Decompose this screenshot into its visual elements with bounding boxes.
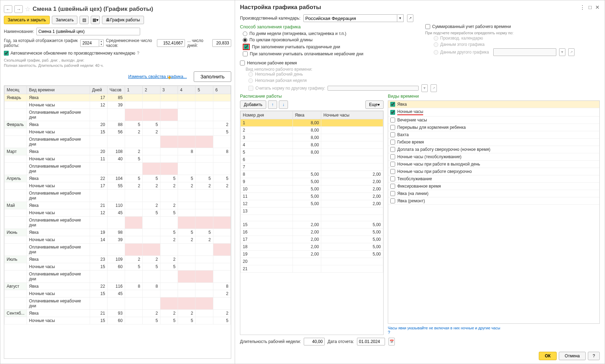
table-row[interactable]: Ночные часы1560555 xyxy=(5,263,231,270)
table-row[interactable]: Ночные часы1439222 xyxy=(5,236,231,243)
time-type-checkbox[interactable] xyxy=(390,118,395,122)
nav-back-button[interactable]: ← xyxy=(4,5,12,13)
time-type-row[interactable]: Гибкое время xyxy=(388,139,599,146)
table-row[interactable]: Ночные часы15452 xyxy=(5,290,231,297)
schedule-row[interactable]: 192,005,00 xyxy=(241,251,383,258)
time-type-checkbox[interactable] xyxy=(390,140,395,145)
table-row[interactable]: Оплачиваемые нерабочие дни xyxy=(5,297,231,309)
print-schedule-button[interactable]: 🖶 График работы xyxy=(102,16,144,24)
schedule-row[interactable]: 105,002,00 xyxy=(241,186,383,193)
move-down-button[interactable]: ↓ xyxy=(279,100,288,109)
schedule-row[interactable]: 58,00 xyxy=(241,149,383,156)
table-row[interactable]: ИюньЯвка1998555 xyxy=(5,229,231,236)
summary-checkbox[interactable] xyxy=(425,24,430,29)
paid-nonwork-checkbox[interactable] xyxy=(243,51,248,56)
table-row[interactable]: ЯнварьЯвка1785 xyxy=(5,94,231,101)
time-type-row[interactable]: Перерывы для кормления ребенка xyxy=(388,124,599,131)
time-type-row[interactable]: Ночные часы при работе сверхурочно xyxy=(388,168,599,175)
auto-update-checkbox[interactable] xyxy=(4,51,9,56)
add-row-button[interactable]: Добавить xyxy=(240,100,266,109)
time-type-checkbox[interactable] xyxy=(390,162,395,167)
schedule-row[interactable]: 38,00 xyxy=(241,134,383,141)
time-type-checkbox[interactable] xyxy=(390,110,395,115)
year-input[interactable] xyxy=(80,39,99,47)
table-row[interactable]: Оплачиваемые нерабочие дни xyxy=(5,216,231,229)
schedule-row[interactable]: 28,00 xyxy=(241,127,383,134)
save-close-button[interactable]: Записать и закрыть xyxy=(4,16,50,24)
time-type-checkbox[interactable] xyxy=(390,147,395,152)
favorite-star-icon[interactable]: ☆ xyxy=(25,5,30,13)
change-props-link[interactable]: Изменить свойства графика... xyxy=(128,74,187,79)
calendar-open-icon[interactable]: ↗ xyxy=(407,14,413,22)
table-row[interactable]: Оплачиваемые нерабочие дни xyxy=(5,189,231,202)
time-type-row[interactable]: Техобслуживание xyxy=(388,175,599,183)
table-row[interactable]: МайЯвка2111022 xyxy=(5,202,231,209)
calendar-dropdown-icon[interactable]: ▼ xyxy=(397,14,404,22)
schedule-row[interactable]: 152,005,00 xyxy=(241,221,383,229)
holidays-checkbox[interactable] xyxy=(244,44,249,49)
fill-button[interactable]: Заполнить xyxy=(194,71,231,82)
avg-hours-input[interactable] xyxy=(157,39,185,47)
schedule-row[interactable] xyxy=(241,215,383,221)
time-type-row[interactable]: Ночные часы xyxy=(388,108,599,117)
schedule-row[interactable]: 95,002,00 xyxy=(241,178,383,186)
time-type-checkbox[interactable] xyxy=(390,176,395,181)
time-types-list[interactable]: ЯвкаНочные часыВечерние часыПерерывы для… xyxy=(388,100,600,324)
table-row[interactable]: АпрельЯвка22104555555 xyxy=(5,175,231,182)
parttime-checkbox[interactable] xyxy=(240,61,245,65)
cancel-button[interactable]: Отмена xyxy=(559,352,586,360)
time-type-checkbox[interactable] xyxy=(390,184,395,189)
time-type-row[interactable]: Вахта xyxy=(388,131,599,139)
help-button[interactable]: ? xyxy=(588,352,600,360)
time-type-checkbox[interactable] xyxy=(390,154,395,159)
nav-forward-button[interactable]: → xyxy=(14,5,23,13)
time-type-checkbox[interactable] xyxy=(390,132,395,137)
schedule-days-table[interactable]: Номер дняЯвкаНочные часы 18,0028,0038,00… xyxy=(240,111,383,273)
schedule-row[interactable]: 21 xyxy=(241,265,383,273)
table-row[interactable]: Ночные часы1556225 xyxy=(5,128,231,135)
schedule-row[interactable]: 182,005,00 xyxy=(241,243,383,251)
table-row[interactable]: АвгустЯвка22116888 xyxy=(5,282,231,290)
schedule-row[interactable]: 18,00 xyxy=(241,119,383,127)
year-spinner[interactable]: ▲▼ xyxy=(99,40,104,47)
table-row[interactable]: Оплачиваемые нерабочие дни xyxy=(5,162,231,175)
table-row[interactable]: МартЯвка20108288 xyxy=(5,148,231,155)
table-row[interactable]: Ночные часы124555 xyxy=(5,209,231,216)
save-button[interactable]: Записать xyxy=(52,16,77,24)
schedule-row[interactable]: 20 xyxy=(241,258,383,265)
time-type-row[interactable]: Явка (ремонт) xyxy=(388,197,599,205)
hint-help-icon[interactable]: ? xyxy=(388,330,600,335)
schedule-row[interactable]: 172,005,00 xyxy=(241,236,383,243)
name-input[interactable] xyxy=(36,28,140,35)
doc-icon-button[interactable]: ▤ xyxy=(80,16,89,24)
table-row[interactable]: Оплачиваемые нерабочие дни xyxy=(5,135,231,148)
time-type-row[interactable]: Ночные часы при работе в выходной день xyxy=(388,161,599,168)
time-type-row[interactable]: Явка xyxy=(388,101,599,108)
table-row[interactable]: ФевральЯвка2088552 xyxy=(5,121,231,128)
calendar-picker-icon[interactable]: 📅 xyxy=(389,338,395,345)
table-row[interactable]: Ночные часы1239 xyxy=(5,101,231,108)
time-type-checkbox[interactable] xyxy=(390,102,395,107)
time-type-row[interactable]: Фиксированное время xyxy=(388,183,599,190)
ok-button[interactable]: ОК xyxy=(539,352,557,360)
avg-days-input[interactable] xyxy=(212,39,231,47)
method-cycles-radio[interactable] xyxy=(243,38,247,42)
maximize-icon[interactable]: □ xyxy=(589,4,592,10)
time-type-checkbox[interactable] xyxy=(390,125,395,130)
dropdown-icon-button[interactable]: ▦▾ xyxy=(91,16,100,24)
schedule-row[interactable]: 85,002,00 xyxy=(241,171,383,178)
ref-date-input[interactable] xyxy=(357,338,385,345)
schedule-calendar-table[interactable]: МесяцВид времениДнейЧасов123456 ЯнварьЯв… xyxy=(4,86,231,324)
close-icon[interactable]: ✕ xyxy=(595,4,600,10)
table-row[interactable]: Оплачиваемые нерабочие дни xyxy=(5,108,231,121)
schedule-row[interactable]: 7 xyxy=(241,163,383,171)
method-weekdays-radio[interactable] xyxy=(243,31,247,36)
table-row[interactable]: Оплачиваемые нерабочие дни xyxy=(5,270,231,282)
more-menu-icon[interactable]: ⋮ xyxy=(580,4,585,10)
table-row[interactable]: Оплачиваемые нерабочие дни xyxy=(5,243,231,255)
week-length-input[interactable] xyxy=(304,338,325,345)
time-type-checkbox[interactable] xyxy=(390,169,395,174)
time-type-row[interactable]: Ночные часы (техобслуживание) xyxy=(388,153,599,161)
schedule-row[interactable]: 6 xyxy=(241,156,383,163)
time-type-checkbox[interactable] xyxy=(390,198,395,203)
